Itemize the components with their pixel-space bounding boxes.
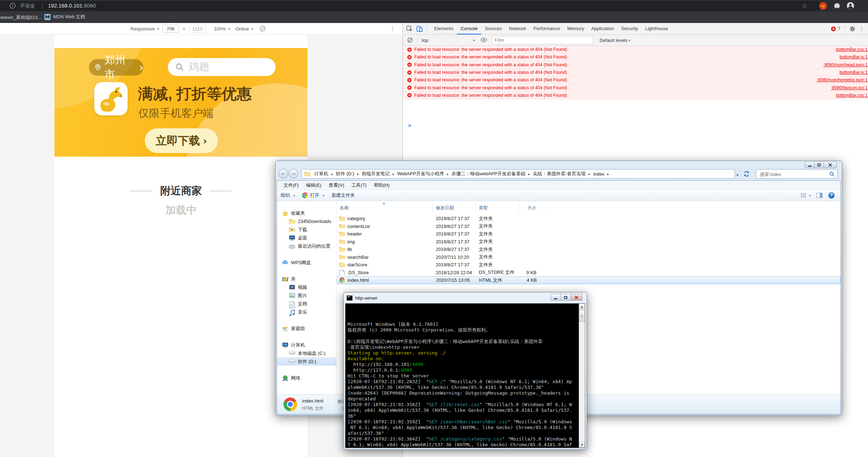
page-info-icon[interactable]	[9, 3, 16, 9]
file-row[interactable]: header 2019/8/27 17:37 文件夹	[337, 230, 840, 238]
location-button[interactable]: 郑州市	[89, 59, 143, 76]
devtools-tab[interactable]: Sources	[481, 23, 506, 34]
breadcrumb[interactable]: 计算机▸软件 (D:)▸前端开发笔记▸WebAPP开发与小程序▸步骤二：移动we…	[301, 169, 735, 178]
change-view-icon[interactable]	[801, 193, 811, 198]
breadcrumb-separator-icon[interactable]: ▸	[587, 172, 591, 176]
breadcrumb-segment[interactable]: WebAPP开发与小程序	[395, 171, 446, 177]
breadcrumb-separator-icon[interactable]: ▸	[527, 172, 531, 176]
sidebar-item[interactable]: 家庭组	[277, 324, 337, 333]
forward-button[interactable]: →	[288, 169, 298, 178]
address-bar[interactable]	[0, 1, 821, 11]
breadcrumb-segment[interactable]: index	[591, 171, 606, 177]
preview-pane-icon[interactable]	[816, 193, 822, 198]
cmd-console[interactable]: Microsoft Windows [版本 6.1.7601]版权所有 (c) …	[345, 303, 585, 448]
breadcrumb-separator-icon[interactable]: ▸	[606, 172, 610, 176]
new-folder-button[interactable]: 新建文件夹	[328, 192, 358, 199]
url-text[interactable]: 192.168.0.101:8080	[48, 3, 96, 9]
device-toolbar-toggle-icon[interactable]	[416, 25, 423, 32]
scroll-up-icon[interactable]	[579, 304, 585, 310]
sidebar-item[interactable]: 软件 (D:)	[277, 357, 337, 366]
minimize-button[interactable]	[550, 294, 561, 301]
error-source-link[interactable]: bottomBar.js:1	[839, 70, 868, 75]
extensions-puzzle-icon[interactable]	[834, 3, 840, 9]
bookmark-star-icon[interactable]: ☆	[802, 2, 807, 9]
devtools-tab[interactable]: Application	[588, 23, 618, 34]
close-button[interactable]	[824, 162, 837, 168]
breadcrumb-segment[interactable]: 前端开发笔记	[360, 171, 391, 177]
menu-item[interactable]: 帮助(H)	[371, 182, 392, 189]
settings-gear-icon[interactable]	[849, 26, 855, 32]
close-button[interactable]	[571, 294, 582, 301]
sidebar-item[interactable]: 计算机	[277, 341, 337, 349]
sidebar-item[interactable]: 网络	[277, 374, 337, 382]
bookmark-mdn[interactable]: MDN Web 文档	[44, 14, 85, 20]
extension-infinity-icon[interactable]: ∞	[819, 2, 827, 10]
breadcrumb-separator-icon[interactable]: ▸	[356, 172, 360, 176]
inspect-element-icon[interactable]	[406, 25, 413, 32]
menu-item[interactable]: 编辑(E)	[303, 182, 324, 189]
sidebar-item[interactable]: 桌面	[277, 234, 337, 242]
breadcrumb-separator-icon[interactable]: ▸	[330, 172, 334, 176]
device-toolbar-more-icon[interactable]	[390, 25, 395, 32]
error-source-link[interactable]: bottomBar.js:1	[839, 54, 868, 59]
open-button[interactable]: 打开	[299, 192, 328, 199]
profile-avatar-icon[interactable]	[846, 2, 854, 10]
column-header-date[interactable]: 修改日期	[433, 204, 476, 212]
devtools-tab[interactable]: Performance	[530, 23, 563, 34]
help-icon[interactable]: ?	[828, 192, 835, 199]
sidebar-item[interactable]: 库	[277, 275, 337, 283]
devtools-more-icon[interactable]	[859, 25, 864, 32]
sidebar-item[interactable]: 收藏夹	[277, 209, 337, 217]
sidebar-item[interactable]: 文档	[277, 300, 337, 308]
breadcrumb-separator-icon[interactable]: ▸	[391, 172, 395, 176]
rotate-icon[interactable]	[259, 25, 266, 32]
error-source-link[interactable]: :8080/json/head.json:1	[823, 62, 868, 67]
frame-context-select[interactable]: top	[422, 38, 475, 43]
clear-console-icon[interactable]	[407, 37, 413, 43]
device-type-select[interactable]: Responsive	[130, 26, 159, 32]
breadcrumb-segment[interactable]: 计算机	[313, 171, 330, 177]
scroll-thumb[interactable]	[579, 310, 585, 322]
address-dropdown-icon[interactable]	[736, 171, 739, 178]
breadcrumb-segment[interactable]: 软件 (D:)	[334, 171, 356, 177]
refresh-icon[interactable]	[743, 170, 750, 178]
sidebar-item[interactable]: 下载	[277, 225, 337, 234]
sidebar-item[interactable]: 本地磁盘 (C:)	[277, 349, 337, 357]
live-expression-eye-icon[interactable]	[481, 38, 487, 43]
console-prompt[interactable]: >	[407, 123, 412, 128]
device-height-input[interactable]: 1210	[189, 25, 206, 33]
file-row[interactable]: lib 2019/8/27 17:37 文件夹	[337, 246, 840, 253]
column-header-name[interactable]: 名称▲	[337, 204, 433, 212]
sidebar-item[interactable]: 图片	[277, 291, 337, 300]
file-row[interactable]: index.html 2020/7/15 13:05 HTML 文件 4 KB	[337, 276, 840, 284]
column-header-type[interactable]: 类型	[476, 204, 519, 212]
breadcrumb-segment[interactable]: 步骤二：移动webAPP开发必备基础	[450, 171, 527, 177]
menu-item[interactable]: 查看(V)	[326, 182, 347, 189]
zoom-select[interactable]: 100%	[214, 26, 230, 32]
menu-item[interactable]: 文件(F)	[281, 182, 302, 189]
search-bar[interactable]: 鸡翅	[168, 58, 276, 76]
devtools-tab[interactable]: Network	[506, 23, 530, 34]
sidebar-item[interactable]: 视频	[277, 283, 337, 291]
file-row[interactable]: .DS_Store 2018/12/28 22:04 DS_STORE 文件 9…	[337, 269, 840, 277]
devtools-tab[interactable]: Lighthouse	[642, 23, 672, 34]
minimize-button[interactable]	[805, 162, 815, 168]
column-header-size[interactable]: 大小	[519, 204, 547, 212]
back-button[interactable]: ←	[278, 169, 288, 178]
breadcrumb-segment[interactable]: 实战：美团外卖-首页实现	[531, 171, 587, 177]
sidebar-item[interactable]: 音乐	[277, 308, 337, 316]
download-button[interactable]: 立即下载	[145, 128, 218, 153]
devtools-tab[interactable]: Memory	[564, 23, 588, 34]
file-row[interactable]: category 2019/8/27 17:37 文件夹	[337, 215, 840, 223]
device-width-input[interactable]: 706	[162, 25, 179, 33]
file-row[interactable]: starScore 2019/8/27 17:37 文件夹	[337, 261, 840, 269]
scroll-down-icon[interactable]	[579, 442, 585, 448]
devtools-tab[interactable]: Security	[617, 23, 642, 34]
log-levels-select[interactable]: Default levels	[600, 38, 630, 43]
sidebar-item[interactable]: 最近访问的位置	[277, 242, 337, 250]
sidebar-item[interactable]: WPS网盘	[277, 258, 337, 267]
error-badge-icon[interactable]	[831, 26, 836, 32]
console-filter-input[interactable]	[492, 37, 593, 44]
maximize-button[interactable]	[561, 294, 571, 301]
sidebar-item[interactable]: 2345Downloads	[277, 217, 337, 225]
